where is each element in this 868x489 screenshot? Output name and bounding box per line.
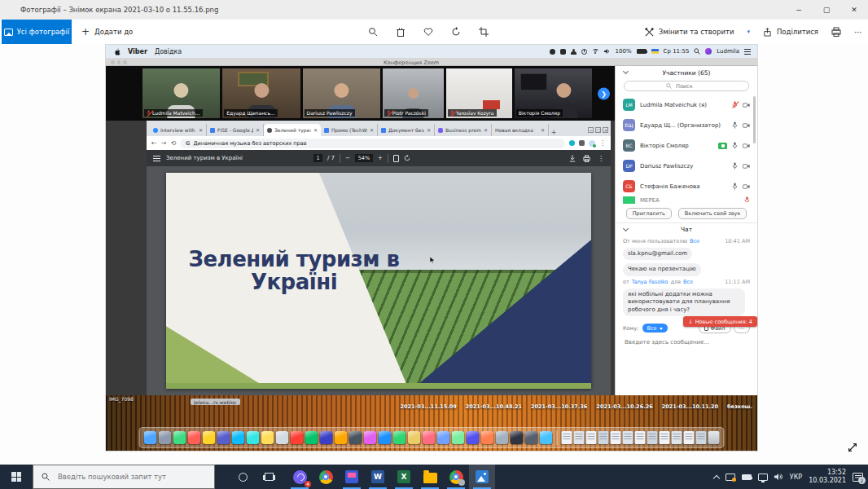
dock-document-icon[interactable] (660, 431, 670, 444)
dock-document-icon[interactable] (672, 431, 682, 444)
extension-icon[interactable] (579, 140, 585, 146)
dock-app-icon[interactable] (540, 431, 553, 444)
dock-app-icon[interactable] (144, 431, 157, 444)
taskbar-file-explorer[interactable] (417, 465, 443, 489)
taskbar-search[interactable] (33, 465, 215, 489)
desktop-file-label[interactable]: 2021-03...10.48.21 (466, 403, 522, 410)
dock-document-icon[interactable] (586, 431, 597, 444)
dock-document-icon[interactable] (623, 431, 633, 444)
minimize-button[interactable]: − (785, 0, 813, 20)
pdf-download-icon[interactable] (569, 155, 576, 162)
video-tile[interactable]: Ludmila Matveich... (142, 68, 220, 118)
taskbar-chrome-window[interactable] (443, 465, 469, 489)
tab-close-icon[interactable]: ✕ (541, 127, 545, 133)
mic-icon[interactable] (732, 142, 738, 149)
collapse-chevron-icon[interactable] (623, 68, 629, 74)
chevron-down-icon[interactable]: ▾ (747, 29, 750, 35)
tray-battery-icon[interactable] (742, 474, 752, 480)
wifi-icon[interactable] (592, 49, 599, 55)
dock-app-icon[interactable] (496, 431, 509, 444)
collapse-chevron-icon[interactable] (623, 226, 629, 231)
reload-icon[interactable]: ⟲ (170, 139, 176, 147)
tray-screen-icon[interactable] (726, 474, 735, 481)
print-icon[interactable] (831, 27, 841, 37)
task-view-button[interactable] (256, 465, 282, 489)
menubar-user[interactable]: Ludmila (717, 48, 739, 55)
dock-app-icon[interactable] (364, 431, 377, 444)
zoom-icon[interactable] (368, 27, 378, 37)
dock-app-icon[interactable] (423, 431, 436, 444)
pdf-zoom-in-button[interactable]: + (378, 155, 383, 161)
tray-network-icon[interactable] (758, 474, 768, 481)
camera-icon[interactable] (743, 164, 750, 169)
dock-document-icon[interactable] (611, 431, 621, 444)
taskbar-paint-app[interactable] (339, 465, 365, 489)
pdf-menu-icon[interactable] (153, 156, 160, 161)
maximize-button[interactable]: ▢ (813, 0, 840, 20)
taskbar-word[interactable]: W (365, 465, 391, 489)
dock-app-icon[interactable] (173, 431, 186, 444)
dock-document-icon[interactable] (696, 431, 707, 444)
new-messages-button[interactable]: ↓ Новые сообщения: 4 (683, 316, 757, 327)
forward-icon[interactable]: → (161, 139, 167, 147)
profile-avatar-icon[interactable] (589, 140, 595, 147)
edit-create-button[interactable]: Змінити та створити (659, 28, 734, 36)
tab-close-icon[interactable]: ✕ (256, 127, 260, 133)
siri-icon[interactable] (705, 48, 712, 55)
taskbar-chrome[interactable] (313, 465, 339, 489)
pdf-rotate-icon[interactable] (404, 155, 410, 161)
crop-icon[interactable] (479, 27, 489, 37)
more-button[interactable]: ⋯ (854, 28, 863, 37)
participant-row[interactable]: СБ Стефанія Баженова (623, 176, 750, 196)
share-button[interactable]: Поділитися (777, 28, 818, 36)
dock-app-icon[interactable] (335, 431, 348, 444)
browser-tab[interactable]: Промо (TechWik...✕ (321, 124, 378, 136)
mic-icon[interactable] (732, 162, 738, 170)
dock-app-icon[interactable] (217, 431, 230, 444)
taskbar-search-input[interactable] (56, 472, 195, 482)
camera-icon[interactable] (743, 103, 750, 108)
timemachine-icon[interactable] (581, 49, 587, 55)
battery-icon[interactable] (637, 49, 647, 54)
browser-tab[interactable]: Документ без наз...✕ (378, 124, 435, 136)
trash-icon[interactable] (708, 431, 720, 444)
dock-document-icon[interactable] (574, 431, 585, 444)
mic-icon[interactable] (732, 121, 738, 129)
browser-tab[interactable]: Interview with FISI✕ (150, 124, 207, 136)
tab-close-icon[interactable]: ✕ (484, 127, 488, 133)
dock-app-icon[interactable] (511, 431, 524, 444)
participant-row[interactable]: ЕЩ Едуард Щ... (Организатор) (623, 115, 750, 135)
browser-tab-active[interactable]: Зелений туризм в✕ (264, 124, 321, 136)
participant-row[interactable]: LM Ludmila Matveichuk (я) (623, 95, 750, 115)
browser-menu-icon[interactable]: ⋮ (599, 139, 606, 147)
tab-close-icon[interactable]: ✕ (199, 127, 203, 133)
volume-icon[interactable] (604, 48, 611, 55)
browser-window-controls[interactable]: −□✕ (588, 127, 608, 133)
dock-document-icon[interactable] (598, 431, 609, 444)
dock-app-icon[interactable] (247, 431, 260, 444)
dock-app-icon[interactable] (467, 431, 480, 444)
dock-app-icon[interactable] (408, 431, 421, 444)
video-tile-active-speaker[interactable]: Вікторія Смоляр (515, 68, 592, 118)
dock-app-icon[interactable] (379, 431, 392, 444)
next-page-videos-button[interactable]: ❯ (598, 87, 610, 99)
start-button[interactable] (0, 465, 33, 489)
url-field[interactable]: G Динамичная музыка без авторских прав (180, 139, 565, 148)
chat-input[interactable] (623, 338, 745, 346)
taskbar-photos-active[interactable] (469, 465, 495, 489)
menu-help[interactable]: Довідка (155, 48, 182, 55)
dock-app-icon[interactable] (232, 431, 245, 444)
browser-tab[interactable]: Новая вкладка✕ (492, 124, 549, 136)
cortana-button[interactable] (230, 465, 256, 489)
add-to-button[interactable]: + Додати до (81, 20, 133, 44)
dock-app-icon[interactable] (393, 431, 406, 444)
browser-tab[interactable]: Business promo fo✕ (435, 124, 492, 136)
notification-center-icon[interactable] (744, 49, 751, 55)
participant-row[interactable]: DP Dariusz Pawliszczy (623, 156, 750, 176)
close-button[interactable]: ✕ (840, 0, 868, 20)
tray-volume-icon[interactable] (774, 473, 783, 481)
desktop-file-label[interactable]: 2021-03...11.15.09 (400, 403, 456, 410)
user-status-icon[interactable] (571, 49, 576, 55)
desktop-file-label[interactable]: IMG_7098 (109, 396, 134, 402)
participant-row-partial[interactable]: МЕРЕА (623, 196, 750, 204)
